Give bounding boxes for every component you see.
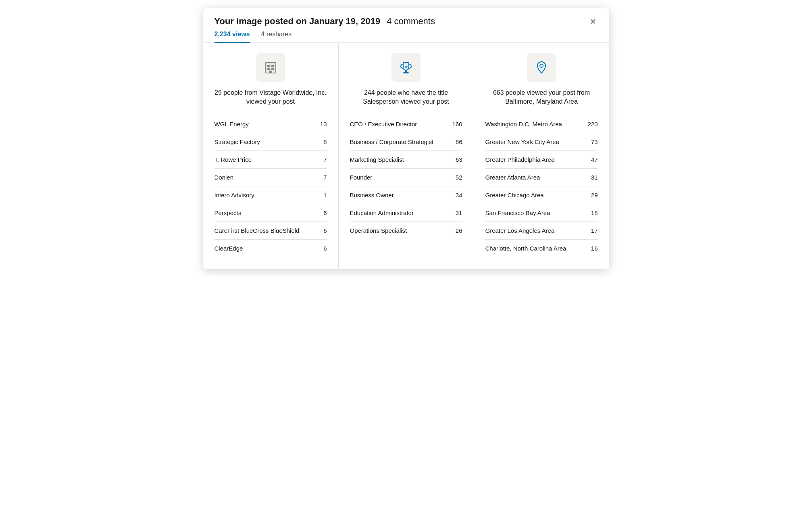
modal-header: Your image posted on January 19, 2019 4 … [203, 8, 609, 27]
svg-text:★: ★ [404, 65, 408, 69]
location-icon [527, 53, 556, 82]
trophy-icon: ★ [391, 53, 421, 82]
locations-section: 663 people viewed your post from Baltimo… [474, 43, 609, 269]
row-value: 63 [456, 156, 462, 163]
row-label: CEO / Executive Director [350, 121, 417, 127]
table-row: Perspecta 6 [214, 204, 327, 222]
row-value: 7 [323, 174, 327, 181]
row-label: Greater Chicago Area [485, 192, 544, 198]
row-value: 160 [452, 121, 462, 127]
row-value: 73 [591, 138, 598, 145]
table-row: Greater Atlanta Area 31 [485, 169, 598, 186]
row-label: Charlotte, North Carolina Area [485, 245, 566, 252]
table-row: Greater Los Angeles Area 17 [485, 222, 598, 240]
row-label: Washington D.C. Metro Area [485, 121, 562, 127]
row-label: Greater Los Angeles Area [485, 227, 555, 234]
row-label: CareFirst BlueCross BlueShield [214, 227, 300, 234]
svg-rect-2 [271, 65, 274, 67]
tab-reshares[interactable]: 4 reshares [261, 31, 292, 43]
svg-rect-3 [267, 68, 270, 70]
companies-description: 29 people from Vistage Worldwide, Inc. v… [214, 88, 327, 107]
table-row: ClearEdge 6 [214, 240, 327, 257]
row-value: 6 [323, 209, 327, 216]
row-value: 31 [456, 209, 462, 216]
row-value: 52 [456, 174, 462, 181]
table-row: Washington D.C. Metro Area 220 [485, 115, 598, 133]
row-value: 8 [323, 138, 327, 145]
row-label: Marketing Specialist [350, 156, 404, 163]
titles-section: ★ 244 people who have the title Salesper… [339, 43, 474, 269]
row-label: Greater Atlanta Area [485, 174, 540, 181]
row-value: 17 [591, 227, 598, 234]
companies-list: WGL Energy 13 Strategic Factory 8 T. Row… [214, 115, 327, 257]
row-value: 6 [323, 227, 327, 234]
svg-rect-6 [405, 70, 407, 72]
row-label: Perspecta [214, 209, 242, 216]
table-row: Business / Corporate Strategist 86 [350, 133, 462, 151]
svg-rect-7 [403, 72, 409, 73]
table-row: Intero Advisory 1 [214, 186, 327, 204]
row-label: T. Rowe Price [214, 156, 252, 163]
svg-rect-4 [271, 68, 274, 70]
row-value: 6 [323, 245, 327, 252]
row-label: WGL Energy [214, 121, 249, 127]
table-row: Marketing Specialist 63 [350, 151, 462, 169]
row-value: 13 [320, 121, 327, 127]
content-area: 29 people from Vistage Worldwide, Inc. v… [203, 43, 609, 269]
row-label: Business / Corporate Strategist [350, 138, 434, 145]
analytics-modal: Your image posted on January 19, 2019 4 … [203, 8, 609, 269]
svg-rect-5 [269, 71, 272, 73]
row-value: 47 [591, 156, 598, 163]
row-value: 1 [323, 192, 327, 198]
row-value: 29 [591, 192, 598, 198]
table-row: CEO / Executive Director 160 [350, 115, 462, 133]
titles-description: 244 people who have the title Salesperso… [350, 88, 462, 107]
table-row: Greater New York City Area 73 [485, 133, 598, 151]
row-label: Education Administrator [350, 209, 414, 216]
row-label: Intero Advisory [214, 192, 254, 198]
table-row: Founder 52 [350, 169, 462, 186]
locations-description: 663 people viewed your post from Baltimo… [485, 88, 598, 107]
table-row: T. Rowe Price 7 [214, 151, 327, 169]
row-value: 31 [591, 174, 598, 181]
row-label: Business Owner [350, 192, 394, 198]
table-row: San Francisco Bay Area 18 [485, 204, 598, 222]
companies-section: 29 people from Vistage Worldwide, Inc. v… [203, 43, 339, 269]
table-row: Greater Philadelphia Area 47 [485, 151, 598, 169]
row-label: Donlen [214, 174, 234, 181]
table-row: Greater Chicago Area 29 [485, 186, 598, 204]
row-label: Operations Specialist [350, 227, 407, 234]
row-value: 86 [456, 138, 462, 145]
tabs-bar: 2,234 views 4 reshares [203, 27, 609, 43]
row-value: 34 [456, 192, 462, 198]
row-value: 7 [323, 156, 327, 163]
table-row: Strategic Factory 8 [214, 133, 327, 151]
table-row: WGL Energy 13 [214, 115, 327, 133]
locations-list: Washington D.C. Metro Area 220 Greater N… [485, 115, 598, 257]
titles-list: CEO / Executive Director 160 Business / … [350, 115, 462, 239]
comment-count: 4 comments [387, 16, 435, 27]
building-icon [256, 53, 285, 82]
svg-rect-1 [267, 65, 270, 67]
table-row: Business Owner 34 [350, 186, 462, 204]
row-value: 18 [591, 209, 598, 216]
modal-title: Your image posted on January 19, 2019 [214, 16, 381, 27]
row-value: 220 [587, 121, 598, 127]
locations-icon-wrap [485, 53, 598, 82]
row-label: ClearEdge [214, 245, 243, 252]
row-label: Founder [350, 174, 373, 181]
table-row: Donlen 7 [214, 169, 327, 186]
row-label: Greater New York City Area [485, 138, 559, 145]
titles-icon-wrap: ★ [350, 53, 462, 82]
close-button[interactable]: × [588, 16, 598, 27]
row-label: San Francisco Bay Area [485, 209, 550, 216]
row-label: Strategic Factory [214, 138, 260, 145]
tab-views[interactable]: 2,234 views [214, 31, 250, 43]
svg-point-9 [540, 64, 543, 67]
companies-icon-wrap [214, 53, 327, 82]
row-value: 16 [591, 245, 598, 252]
table-row: Education Administrator 31 [350, 204, 462, 222]
table-row: CareFirst BlueCross BlueShield 6 [214, 222, 327, 240]
header-title-group: Your image posted on January 19, 2019 4 … [214, 16, 435, 27]
table-row: Charlotte, North Carolina Area 16 [485, 240, 598, 257]
